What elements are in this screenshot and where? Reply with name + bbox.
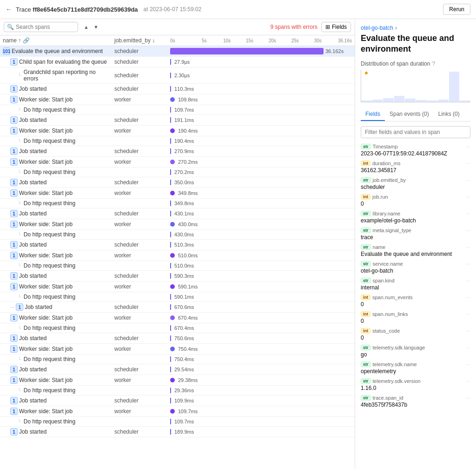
span-name-cell: └Do http request thing bbox=[0, 323, 112, 333]
field-type-badge: int bbox=[361, 328, 370, 334]
emitted-by-cell bbox=[112, 386, 167, 395]
span-line bbox=[170, 73, 171, 78]
span-line bbox=[170, 169, 171, 175]
field-options-button[interactable]: ··· bbox=[466, 328, 470, 334]
field-options-button[interactable]: ··· bbox=[466, 311, 470, 317]
table-row[interactable]: 1Child span for evaluating the queuesche… bbox=[0, 57, 355, 67]
nav-up-button[interactable]: ▲ bbox=[82, 23, 91, 31]
span-name-cell: 101Evaluate the queue and environment bbox=[0, 46, 112, 57]
span-count-badge: 1 bbox=[10, 127, 18, 134]
span-line bbox=[170, 138, 171, 144]
tab-span_events[interactable]: Span events (0) bbox=[385, 108, 434, 121]
span-name-cell: 1Job started bbox=[0, 240, 112, 250]
span-line bbox=[170, 294, 171, 300]
table-row[interactable]: └Do http request thing670.4ms bbox=[0, 323, 355, 333]
field-options-button[interactable]: ··· bbox=[466, 378, 470, 384]
table-row[interactable]: 101Evaluate the queue and environmentsch… bbox=[0, 46, 355, 57]
errors-link[interactable]: 9 spans with errors bbox=[271, 24, 317, 30]
table-row[interactable]: └Do http request thing349.8ms bbox=[0, 199, 355, 208]
field-key-name: span.num_events bbox=[372, 295, 413, 300]
table-row[interactable]: 1Job startedscheduler350.0ms bbox=[0, 177, 355, 188]
table-row[interactable]: 1Job startedscheduler590.3ms bbox=[0, 271, 355, 281]
table-row[interactable]: 1Worker side: Start jobworker670.4ms bbox=[0, 313, 355, 323]
field-options-button[interactable]: ··· bbox=[466, 194, 470, 200]
field-options-button[interactable]: ··· bbox=[466, 177, 470, 183]
field-options-button[interactable]: ··· bbox=[466, 161, 470, 166]
field-key-name: Timestamp bbox=[373, 144, 398, 149]
table-row[interactable]: 1Job startedscheduler510.3ms bbox=[0, 240, 355, 250]
span-name-text: Do http request thing bbox=[24, 231, 75, 238]
field-options-button[interactable]: ··· bbox=[466, 362, 470, 367]
table-row[interactable]: └Do http request thing430.0ms bbox=[0, 230, 355, 240]
table-row[interactable]: └Do http request thing29.36ms bbox=[0, 386, 355, 395]
timeline-cell: 349.8ms bbox=[167, 199, 355, 208]
table-row[interactable]: └Do http request thing109.7ms bbox=[0, 105, 355, 115]
duration-label: 110.3ms bbox=[174, 86, 194, 92]
field-options-button[interactable]: ··· bbox=[466, 278, 470, 283]
back-button[interactable]: ← bbox=[6, 6, 12, 13]
field-row: strjob.emitted_by···scheduler bbox=[361, 177, 470, 190]
table-row[interactable]: ···1Job startedscheduler670.6ms bbox=[0, 302, 355, 313]
table-row[interactable]: 1Job startedscheduler270.9ms bbox=[0, 146, 355, 157]
field-type-badge: str bbox=[361, 261, 371, 267]
tab-fields[interactable]: Fields bbox=[361, 108, 385, 121]
field-options-button[interactable]: ··· bbox=[466, 211, 470, 216]
table-row[interactable]: 1Job startedscheduler191.1ms bbox=[0, 115, 355, 126]
emitted-by-cell bbox=[112, 105, 167, 115]
table-row[interactable]: 1Job startedscheduler110.3ms bbox=[0, 84, 355, 94]
field-options-button[interactable]: ··· bbox=[466, 261, 470, 267]
table-row[interactable]: └Do http request thing270.2ms bbox=[0, 168, 355, 177]
table-row[interactable]: 1Worker side: Start jobworker750.4ms bbox=[0, 344, 355, 355]
rerun-button[interactable]: Rerun bbox=[443, 4, 470, 15]
timeline-cell: 430.0ms bbox=[167, 230, 355, 240]
duration-label: 510.3ms bbox=[174, 242, 194, 248]
field-options-button[interactable]: ··· bbox=[466, 345, 470, 350]
span-name-text: Job started bbox=[19, 335, 46, 342]
dist-label: Distribution of span duration ? bbox=[361, 60, 470, 67]
table-row[interactable]: └Do http request thing510.0ms bbox=[0, 261, 355, 271]
table-row[interactable]: 1Worker side: Start jobworker349.8ms bbox=[0, 188, 355, 199]
table-row[interactable]: 1Job startedscheduler109.9ms bbox=[0, 395, 355, 406]
duration-label: 270.2ms bbox=[178, 159, 198, 165]
tab-links[interactable]: Links (0) bbox=[434, 108, 464, 121]
table-row[interactable]: 1Worker side: Start jobworker590.1ms bbox=[0, 281, 355, 292]
expand-dots[interactable]: ··· bbox=[10, 304, 14, 310]
table-row[interactable]: 1Worker side: Start jobworker270.2ms bbox=[0, 157, 355, 168]
table-row[interactable]: 1Job startedscheduler430.1ms bbox=[0, 208, 355, 219]
tree-connector: └ bbox=[18, 294, 21, 300]
fields-button[interactable]: ⊞ Fields bbox=[321, 22, 351, 32]
span-name-text: Job started bbox=[19, 241, 46, 248]
help-icon[interactable]: ? bbox=[432, 60, 435, 67]
table-row[interactable]: 1Worker side: Start jobworker510.0ms bbox=[0, 250, 355, 261]
field-options-button[interactable]: ··· bbox=[466, 395, 470, 401]
table-row[interactable]: 1Worker side: Start jobworker29.38ms bbox=[0, 375, 355, 386]
search-input[interactable] bbox=[16, 24, 75, 30]
table-row[interactable]: 1Job startedscheduler750.6ms bbox=[0, 333, 355, 344]
breadcrumb-link[interactable]: otel-go-batch bbox=[361, 25, 393, 31]
field-type-badge: str bbox=[361, 345, 371, 350]
fields-filter-input[interactable] bbox=[361, 126, 470, 138]
span-dot bbox=[170, 160, 175, 164]
field-key-name: service.name bbox=[373, 261, 403, 267]
table-row[interactable]: └Do http request thing109.7ms bbox=[0, 417, 355, 427]
table-row[interactable]: 1Worker side: Start jobworker109.7ms bbox=[0, 406, 355, 417]
table-row[interactable]: └Grandchild span reporting no errorssche… bbox=[0, 67, 355, 84]
field-options-button[interactable]: ··· bbox=[466, 228, 470, 233]
field-row: strtelemetry.sdk.version···1.16.0 bbox=[361, 378, 470, 391]
table-row[interactable]: └Do http request thing750.4ms bbox=[0, 355, 355, 364]
field-row: strTimestamp···2023-06-07T19:59:02.44187… bbox=[361, 144, 470, 157]
table-row[interactable]: 1Worker side: Start jobworker109.8ms bbox=[0, 94, 355, 105]
table-row[interactable]: └Do http request thing590.1ms bbox=[0, 292, 355, 302]
table-row[interactable]: └Do http request thing190.4ms bbox=[0, 136, 355, 146]
table-row[interactable]: 1Job startedscheduler29.54ms bbox=[0, 364, 355, 375]
table-row[interactable]: 1Job startedscheduler189.9ms bbox=[0, 427, 355, 437]
emitted-by-cell: scheduler bbox=[112, 46, 167, 57]
field-options-button[interactable]: ··· bbox=[466, 144, 470, 149]
nav-down-button[interactable]: ▼ bbox=[92, 23, 100, 31]
span-line bbox=[170, 211, 171, 216]
field-options-button[interactable]: ··· bbox=[466, 295, 470, 300]
table-row[interactable]: 1Worker side: Start jobworker430.0ms bbox=[0, 219, 355, 230]
table-row[interactable]: 1Worker side: Start jobworker190.4ms bbox=[0, 126, 355, 136]
timeline-cell: 190.4ms bbox=[167, 136, 355, 146]
field-options-button[interactable]: ··· bbox=[466, 244, 470, 250]
